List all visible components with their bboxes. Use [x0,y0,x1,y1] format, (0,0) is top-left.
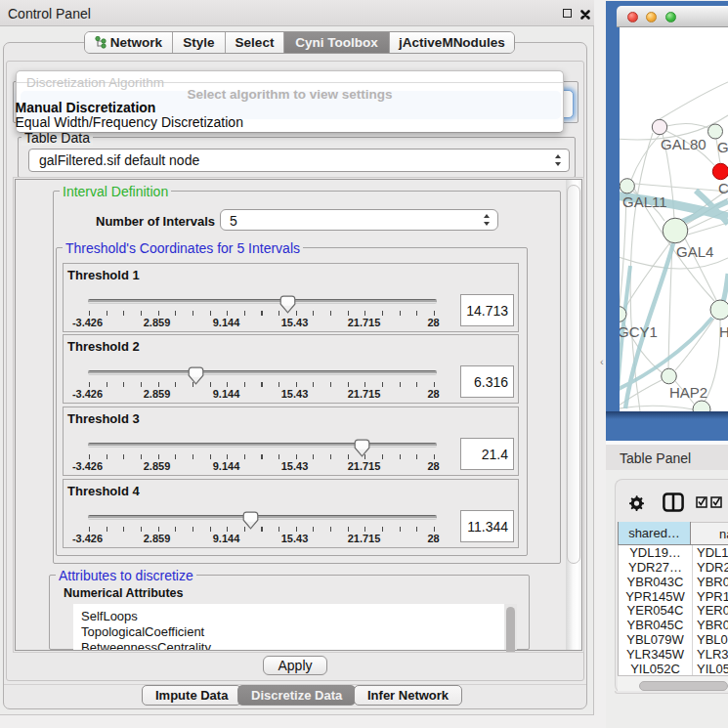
svg-text:GCY1: GCY1 [620,323,658,340]
svg-text:HAP2: HAP2 [669,384,707,401]
svg-text:GAL80: GAL80 [661,136,707,152]
svg-text:GA: GA [717,139,728,155]
svg-text:GAL4: GAL4 [676,243,713,260]
svg-text:C: C [718,180,728,196]
svg-text:HIS4: HIS4 [719,323,728,340]
svg-text:GAL11: GAL11 [622,193,667,210]
